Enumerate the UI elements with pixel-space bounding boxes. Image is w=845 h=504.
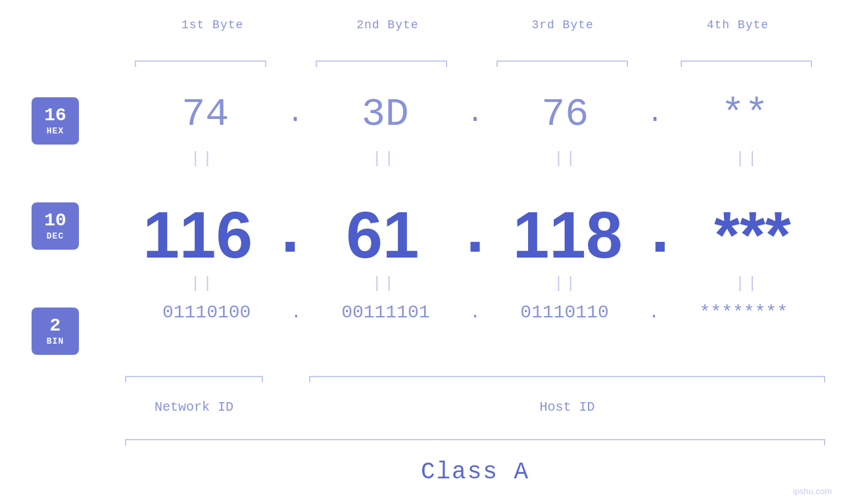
hex-badge-number: 16 <box>44 106 66 126</box>
class-a-bracket <box>125 439 825 440</box>
col-header-1: 1st Byte <box>133 18 291 32</box>
eq-1-2: || <box>306 150 462 168</box>
hex-values: 74 . 3D . 76 . ** <box>125 92 825 137</box>
bin-dot-1: . <box>291 304 301 321</box>
dec-val-1: 116 <box>143 198 253 271</box>
hex-byte-2: 3D <box>306 92 464 137</box>
bin-dot-2: . <box>470 304 481 321</box>
column-headers: 1st Byte 2nd Byte 3rd Byte 4th Byte <box>125 18 825 32</box>
col-header-3: 3rd Byte <box>484 18 642 32</box>
equals-row-2: || || || || <box>125 275 825 292</box>
hex-val-3: 76 <box>541 92 589 137</box>
hex-badge: 16 HEX <box>32 97 79 145</box>
bin-val-3: 01110110 <box>520 302 608 323</box>
eq-1-1: || <box>125 150 281 168</box>
top-bracket-1 <box>135 60 266 62</box>
hex-row: 74 . 3D . 76 . ** <box>125 92 825 137</box>
bin-val-1: 01110100 <box>162 302 251 323</box>
dec-byte-2: 61 <box>310 202 455 267</box>
dec-values: 116 . 61 . 118 . *** <box>125 197 825 271</box>
eq-1-4: || <box>669 150 825 168</box>
class-a-label: Class A <box>125 459 825 486</box>
eq-2-3: || <box>488 275 644 292</box>
bin-val-2: 00111101 <box>341 302 429 323</box>
dec-badge: 10 DEC <box>32 202 79 250</box>
dec-dot-3: . <box>640 197 680 271</box>
watermark: ipshu.com <box>793 486 832 496</box>
network-id-bracket <box>125 376 263 377</box>
dec-dot-2: . <box>455 197 495 271</box>
hex-byte-3: 76 <box>486 92 644 137</box>
hex-val-1: 74 <box>181 92 229 137</box>
col-header-4: 4th Byte <box>659 18 817 32</box>
bin-badge-number: 2 <box>50 316 61 336</box>
bin-values: 01110100 . 00111101 . 01110110 . *******… <box>125 302 825 323</box>
hex-dot-3: . <box>647 101 663 127</box>
dec-val-4: *** <box>714 198 791 271</box>
dec-badge-label: DEC <box>47 231 64 241</box>
host-id-label: Host ID <box>309 400 825 415</box>
bin-dot-3: . <box>649 304 660 321</box>
dec-val-2: 61 <box>346 198 419 271</box>
bin-byte-4: ******** <box>665 302 823 323</box>
dec-byte-1: 116 <box>125 202 270 267</box>
host-id-bracket <box>309 376 825 377</box>
dec-val-3: 118 <box>513 198 623 271</box>
hex-badge-label: HEX <box>47 126 64 136</box>
hex-val-2: 3D <box>362 92 409 137</box>
col-header-2: 2nd Byte <box>308 18 466 32</box>
bin-val-4: ******** <box>700 302 788 323</box>
dec-dot-1: . <box>270 197 310 271</box>
hex-byte-1: 74 <box>126 92 284 137</box>
main-container: 16 HEX 10 DEC 2 BIN 1st Byte 2nd Byte 3r… <box>0 0 845 504</box>
network-id-label: Network ID <box>125 400 263 415</box>
dec-badge-number: 10 <box>44 211 66 231</box>
eq-1-3: || <box>488 150 644 168</box>
bin-row: 01110100 . 00111101 . 01110110 . *******… <box>125 302 825 323</box>
bin-byte-3: 01110110 <box>486 302 644 323</box>
eq-2-4: || <box>669 275 825 292</box>
bin-badge-label: BIN <box>47 336 64 346</box>
equals-row-1: || || || || <box>125 150 825 168</box>
hex-dot-2: . <box>467 101 483 127</box>
bin-byte-1: 01110100 <box>128 302 285 323</box>
dec-row: 116 . 61 . 118 . *** <box>125 197 825 271</box>
hex-val-4: ** <box>721 92 769 137</box>
dec-byte-4: *** <box>680 202 825 267</box>
bin-byte-2: 00111101 <box>306 302 464 323</box>
bin-badge: 2 BIN <box>32 308 79 355</box>
hex-byte-4: ** <box>666 92 824 137</box>
dec-byte-3: 118 <box>495 202 640 267</box>
top-bracket-3 <box>496 60 628 62</box>
top-bracket-2 <box>316 60 447 62</box>
eq-2-1: || <box>125 275 281 292</box>
top-bracket-4 <box>681 60 812 62</box>
eq-2-2: || <box>306 275 462 292</box>
hex-dot-1: . <box>287 101 303 127</box>
